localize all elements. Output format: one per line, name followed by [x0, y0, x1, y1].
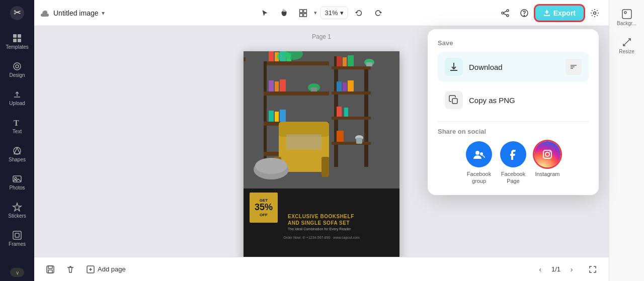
help-button[interactable]: [516, 5, 532, 21]
sidebar-item-shapes-label: Shapes: [9, 157, 26, 162]
social-share-grid: Facebookgroup FacebookPage Instagram: [438, 141, 589, 185]
zoom-dropdown-icon: ▾: [340, 9, 344, 17]
export-button[interactable]: Export: [535, 6, 584, 21]
svg-rect-36: [337, 81, 342, 91]
svg-rect-42: [264, 61, 329, 65]
share-section-label: Share on social: [438, 128, 589, 135]
svg-point-78: [624, 12, 626, 14]
promo-badge: GET 35% OFF: [250, 193, 278, 223]
topbar-right: Export: [497, 5, 603, 21]
sidebar-item-shapes[interactable]: Shapes: [2, 141, 32, 167]
copy-png-label: Copy as PNG: [469, 96, 582, 105]
svg-text:T: T: [14, 119, 19, 127]
svg-rect-52: [275, 81, 279, 91]
share-button[interactable]: [497, 5, 513, 21]
svg-rect-69: [321, 157, 329, 177]
download-option[interactable]: Download: [438, 52, 589, 82]
layout-dropdown-icon[interactable]: ▾: [314, 10, 317, 16]
promo-off: OFF: [260, 213, 268, 217]
promo-percent: 35%: [255, 203, 273, 213]
sidebar-item-frames-label: Frames: [9, 241, 26, 247]
save-button[interactable]: [42, 261, 58, 277]
svg-rect-79: [452, 99, 457, 104]
svg-rect-13: [13, 231, 21, 239]
promo-text-area: EXCLUSIVE BOOKSHELFAND SINGLE SOFA SET T…: [288, 213, 392, 231]
svg-rect-38: [348, 80, 354, 91]
sidebar-collapse-toggle[interactable]: ∨: [10, 268, 24, 277]
svg-rect-5: [18, 39, 21, 42]
hand-tool-button[interactable]: [276, 5, 292, 21]
svg-rect-54: [269, 111, 274, 122]
svg-rect-15: [299, 10, 302, 13]
svg-point-7: [16, 65, 19, 68]
sidebar-item-stickers-label: Stickers: [8, 213, 26, 219]
svg-rect-4: [13, 39, 17, 42]
delete-button[interactable]: [62, 261, 78, 277]
sidebar-item-design[interactable]: Design: [2, 56, 32, 82]
title-dropdown-icon[interactable]: ▾: [102, 10, 105, 17]
svg-rect-32: [332, 142, 371, 145]
sidebar-item-stickers[interactable]: Stickers: [2, 197, 32, 223]
sidebar: ✂ Templates Design Upload T Text Shapes …: [0, 0, 34, 281]
resize-panel-item[interactable]: Resize: [611, 32, 642, 58]
svg-rect-29: [332, 66, 371, 69]
layout-tool-button[interactable]: [295, 5, 311, 21]
facebook-group-item[interactable]: Facebookgroup: [466, 141, 492, 185]
bottom-toolbar: Add page ‹ 1/1 ›: [34, 257, 609, 281]
settings-button[interactable]: [587, 5, 603, 21]
svg-rect-18: [303, 14, 306, 17]
background-panel-item[interactable]: Backgr...: [611, 4, 642, 30]
resize-label: Resize: [619, 49, 634, 54]
instagram-item[interactable]: Instagram: [534, 141, 560, 185]
canvas-image: [244, 51, 399, 189]
background-label: Backgr...: [617, 21, 636, 26]
svg-rect-2: [13, 34, 17, 38]
sidebar-item-text-label: Text: [13, 129, 22, 134]
facebook-group-icon: [466, 141, 492, 167]
svg-rect-41: [337, 131, 344, 142]
svg-rect-16: [303, 10, 306, 13]
svg-rect-51: [269, 80, 274, 91]
sidebar-item-templates[interactable]: Templates: [2, 28, 32, 54]
facebook-page-icon: [500, 141, 526, 167]
svg-rect-39: [337, 107, 342, 117]
svg-rect-70: [286, 134, 321, 149]
facebook-page-item[interactable]: FacebookPage: [500, 141, 526, 185]
select-tool-button[interactable]: [257, 5, 273, 21]
svg-text:✂: ✂: [14, 8, 21, 18]
copy-png-option[interactable]: Copy as PNG: [438, 85, 589, 115]
svg-rect-40: [344, 108, 348, 117]
promo-subline: The Ideal Combination for Every Reader: [288, 227, 392, 231]
topbar-center-tools: ▾ 31% ▾: [257, 5, 386, 21]
sidebar-item-text[interactable]: T Text: [2, 113, 32, 139]
svg-rect-75: [48, 270, 52, 273]
svg-point-21: [507, 15, 509, 17]
app-logo: ✂: [8, 4, 26, 22]
sidebar-item-frames[interactable]: Frames: [2, 225, 32, 251]
svg-rect-55: [275, 112, 279, 122]
prev-page-button[interactable]: ‹: [533, 262, 547, 276]
svg-marker-10: [14, 148, 20, 154]
sidebar-item-upload-label: Upload: [9, 101, 25, 106]
svg-rect-34: [343, 57, 347, 66]
next-page-button[interactable]: ›: [565, 262, 579, 276]
svg-rect-44: [264, 91, 329, 96]
svg-point-84: [549, 151, 550, 152]
download-settings-button[interactable]: [566, 59, 582, 75]
undo-button[interactable]: [351, 5, 367, 21]
redo-button[interactable]: [370, 5, 386, 21]
canvas-content[interactable]: GET 35% OFF EXCLUSIVE BOOKSHELFAND SINGL…: [244, 51, 399, 257]
svg-point-19: [507, 10, 509, 12]
sidebar-bottom: ∨: [10, 268, 24, 277]
copy-png-icon: [445, 91, 463, 109]
add-page-button[interactable]: Add page: [83, 263, 130, 275]
cloud-save-icon: [40, 8, 50, 18]
svg-rect-47: [269, 51, 274, 61]
promo-headline: EXCLUSIVE BOOKSHELFAND SINGLE SOFA SET: [288, 213, 392, 226]
sidebar-item-upload[interactable]: Upload: [2, 84, 32, 111]
zoom-control[interactable]: 31% ▾: [320, 7, 348, 19]
sidebar-item-photos[interactable]: Photos: [2, 169, 32, 195]
page-indicator: 1/1: [551, 265, 560, 273]
fullscreen-button[interactable]: [585, 261, 601, 277]
download-icon: [445, 58, 463, 76]
